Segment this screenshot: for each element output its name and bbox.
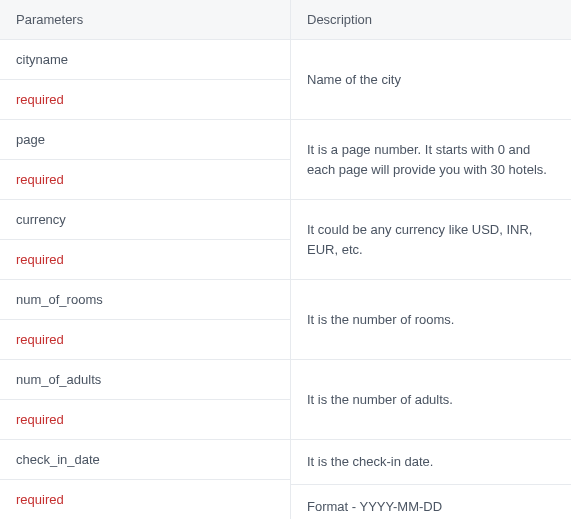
- table-header-row: Parameters Description: [0, 0, 571, 40]
- required-label: required: [16, 92, 64, 107]
- param-name-cell: currency: [0, 200, 290, 240]
- param-name-cell: check_in_date: [0, 440, 290, 480]
- param-name: cityname: [16, 52, 68, 67]
- parameters-table: Parameters Description cityname required…: [0, 0, 571, 519]
- param-name-cell: page: [0, 120, 290, 160]
- param-description: It could be any currency like USD, INR, …: [307, 220, 555, 259]
- param-name-cell: num_of_rooms: [0, 280, 290, 320]
- param-row-currency: currency required It could be any curren…: [0, 200, 571, 280]
- param-description: Name of the city: [307, 70, 555, 90]
- param-desc-cell: It is the number of rooms.: [290, 280, 571, 359]
- header-description: Description: [290, 0, 571, 39]
- param-desc-cell: It could be any currency like USD, INR, …: [290, 200, 571, 279]
- param-desc-cell: It is the check-in date.: [291, 440, 571, 485]
- param-required-cell: required: [0, 160, 290, 199]
- param-required-cell: required: [0, 320, 290, 359]
- param-desc-cell: Name of the city: [290, 40, 571, 119]
- param-name: page: [16, 132, 45, 147]
- required-label: required: [16, 332, 64, 347]
- param-desc-cell: It is the number of adults.: [290, 360, 571, 439]
- param-row-num-of-rooms: num_of_rooms required It is the number o…: [0, 280, 571, 360]
- param-name: check_in_date: [16, 452, 100, 467]
- param-desc-cell: It is a page number. It starts with 0 an…: [290, 120, 571, 199]
- param-name-cell: num_of_adults: [0, 360, 290, 400]
- param-name: num_of_rooms: [16, 292, 103, 307]
- param-row-page: page required It is a page number. It st…: [0, 120, 571, 200]
- param-required-cell: required: [0, 240, 290, 279]
- param-name: num_of_adults: [16, 372, 101, 387]
- param-format: Format - YYYY-MM-DD: [307, 497, 442, 517]
- param-row-cityname: cityname required Name of the city: [0, 40, 571, 120]
- param-description: It is the check-in date.: [307, 452, 433, 472]
- required-label: required: [16, 172, 64, 187]
- required-label: required: [16, 412, 64, 427]
- required-label: required: [16, 492, 64, 507]
- header-parameters: Parameters: [0, 0, 290, 39]
- param-description: It is the number of rooms.: [307, 310, 555, 330]
- param-required-cell: required: [0, 480, 290, 519]
- param-row-num-of-adults: num_of_adults required It is the number …: [0, 360, 571, 440]
- param-name-cell: cityname: [0, 40, 290, 80]
- param-required-cell: required: [0, 80, 290, 119]
- param-row-check-in-date: check_in_date required It is the check-i…: [0, 440, 571, 519]
- param-required-cell: required: [0, 400, 290, 439]
- param-format-cell: Format - YYYY-MM-DD: [291, 485, 571, 520]
- param-description: It is a page number. It starts with 0 an…: [307, 140, 555, 179]
- required-label: required: [16, 252, 64, 267]
- param-name: currency: [16, 212, 66, 227]
- param-description: It is the number of adults.: [307, 390, 555, 410]
